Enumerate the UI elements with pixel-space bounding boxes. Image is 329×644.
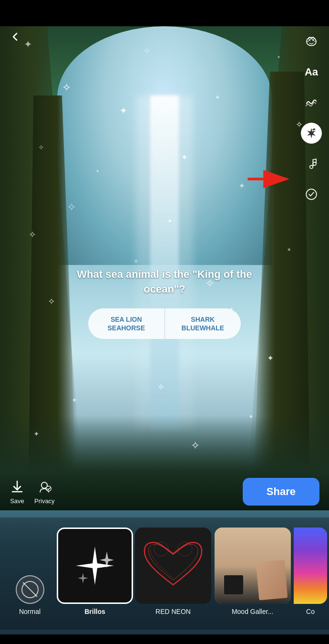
save-label: Save [10,497,24,505]
privacy-icon [37,479,52,495]
moodgallery-filter-thumb [215,528,291,604]
music-button[interactable] [301,153,322,174]
privacy-button[interactable]: Privacy [34,479,55,505]
filter-carousel: Normal Brillos [0,517,329,630]
done-icon [304,187,319,201]
save-icon [10,479,25,495]
normal-filter-thumb [16,575,44,604]
quiz-option-2[interactable]: SHARK BLUEWHALE [165,308,241,339]
filter-normal-label: Normal [19,608,41,615]
brillos-sparkle-icon [71,542,119,590]
svg-point-5 [313,162,316,166]
red-arrow-indicator [246,169,293,189]
text-button[interactable]: Aa [301,62,322,83]
svg-point-4 [310,165,313,169]
mask-button[interactable] [301,31,322,52]
share-button[interactable]: Share [243,478,319,506]
ui-overlay: Aa [0,0,329,644]
right-toolbar: Aa [301,31,322,205]
filter-moodgallery[interactable]: Mood Galler... [213,528,292,615]
draw-button[interactable] [301,92,322,113]
quiz-options: SEA LION SEAHORSE SHARK BLUEWHALE [64,308,265,339]
filter-redneon[interactable]: RED NEON [135,528,211,615]
brillos-filter-label: Brillos [84,608,105,615]
quiz-container: What sea animal is the "King of the ocea… [64,267,265,339]
draw-icon [304,95,319,110]
save-button[interactable]: Save [10,479,25,505]
mask-icon [304,34,319,49]
effects-icon [304,126,319,140]
filter-normal[interactable]: Normal [0,575,55,615]
brillos-filter-thumb [57,528,133,604]
redneon-filter-label: RED NEON [155,608,191,615]
no-filter-icon [21,580,40,599]
text-icon: Aa [305,66,318,78]
redneon-thumb-art [135,528,211,604]
bottom-actions: Save Privacy Share [0,478,329,506]
colors-filter-thumb [294,528,327,604]
filter-brillos[interactable]: Brillos [57,528,133,615]
svg-point-10 [46,486,51,491]
moodgallery-filter-label: Mood Galler... [232,608,273,615]
effects-button[interactable] [301,123,322,144]
redneon-filter-thumb [135,528,211,604]
done-button[interactable] [301,184,322,205]
quiz-question: What sea animal is the "King of the ocea… [64,267,265,297]
red-arrow-icon [246,169,293,189]
privacy-label: Privacy [34,497,55,505]
back-icon [10,31,21,42]
svg-point-6 [306,189,317,200]
music-icon [304,157,319,171]
filter-colors[interactable]: Co [294,528,327,615]
quiz-pill: SEA LION SEAHORSE SHARK BLUEWHALE [88,308,241,339]
back-button[interactable] [10,31,21,45]
colors-filter-label: Co [306,608,315,615]
quiz-option-1[interactable]: SEA LION SEAHORSE [88,308,165,339]
svg-line-12 [23,582,37,597]
